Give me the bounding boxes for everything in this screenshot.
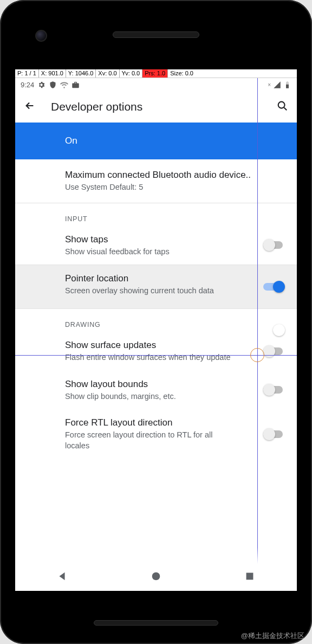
nav-home-button[interactable]	[150, 570, 162, 584]
briefcase-icon	[72, 81, 80, 89]
page-title: Developer options	[51, 100, 261, 113]
pointer-location-switch[interactable]	[263, 280, 285, 293]
section-header-input: INPUT	[15, 203, 297, 226]
pointer-yv: Yv: 0.0	[120, 69, 143, 78]
gear-icon	[37, 81, 46, 89]
square-recent-icon	[244, 570, 256, 582]
pointer-size: Size: 0.0	[168, 69, 196, 78]
nav-recent-button[interactable]	[244, 570, 256, 584]
watermark: @稀土掘金技术社区	[241, 631, 304, 641]
row-subtitle: Flash entire window surfaces when they u…	[65, 352, 238, 363]
layout-bounds-switch[interactable]	[263, 383, 285, 396]
pointer-p: P: 1 / 1	[15, 69, 39, 78]
row-subtitle: Force screen layout direction to RTL for…	[65, 430, 238, 451]
pointer-crosshair-circle	[250, 348, 264, 362]
battery-icon	[283, 81, 291, 89]
row-title: Show layout bounds	[65, 378, 253, 390]
fade-overlay	[15, 548, 297, 564]
circle-home-icon	[150, 570, 162, 582]
status-bar: 9:24 ×	[15, 78, 297, 91]
signal-x: ×	[268, 82, 271, 88]
cellular-icon	[273, 81, 281, 89]
wifi-question-icon	[60, 81, 68, 89]
pointer-crosshair-vertical	[257, 69, 258, 591]
svg-point-2	[152, 572, 160, 581]
force-rtl-row[interactable]: Force RTL layout direction Force screen …	[15, 409, 297, 459]
app-bar: Developer options	[15, 91, 297, 123]
bottom-speaker	[94, 620, 218, 626]
force-rtl-switch[interactable]	[263, 428, 285, 441]
svg-point-1	[278, 102, 285, 108]
nav-back-button[interactable]	[56, 570, 68, 584]
row-subtitle: Show clip bounds, margins, etc.	[65, 391, 253, 402]
pointer-xv: Xv: 0.0	[96, 69, 119, 78]
pointer-overlay-bar: P: 1 / 1 X: 901.0 Y: 1046.0 Xv: 0.0 Yv: …	[15, 69, 297, 78]
front-camera	[35, 30, 47, 42]
row-title: Show surface updates	[65, 339, 253, 351]
navigation-bar	[15, 564, 297, 591]
pointer-prs: Prs: 1.0	[142, 69, 168, 78]
search-icon	[276, 100, 288, 112]
show-taps-row[interactable]: Show taps Show visual feedback for taps	[15, 226, 297, 265]
svg-rect-0	[286, 84, 289, 88]
pointer-x: X: 901.0	[39, 69, 66, 78]
screen: P: 1 / 1 X: 901.0 Y: 1046.0 Xv: 0.0 Yv: …	[15, 69, 297, 591]
layout-bounds-row[interactable]: Show layout bounds Show clip bounds, mar…	[15, 371, 297, 410]
pointer-location-row[interactable]: Pointer location Screen overlay showing …	[15, 265, 297, 309]
svg-rect-3	[246, 573, 253, 580]
row-subtitle: Show visual feedback for taps	[65, 247, 253, 257]
earpiece-speaker	[113, 31, 199, 38]
back-arrow-icon	[24, 100, 36, 112]
section-header-drawing: DRAWING	[15, 309, 297, 332]
row-title: Force RTL layout direction	[65, 417, 253, 429]
row-title: Show taps	[65, 234, 253, 246]
show-taps-switch[interactable]	[263, 239, 285, 252]
surface-updates-switch[interactable]	[263, 345, 285, 358]
master-toggle-label: On	[65, 136, 285, 146]
status-clock: 9:24	[21, 81, 34, 89]
back-button[interactable]	[24, 100, 36, 114]
search-button[interactable]	[276, 100, 288, 114]
bluetooth-audio-row[interactable]: Maximum connected Bluetooth audio device…	[15, 159, 297, 203]
row-subtitle: Use System Default: 5	[65, 182, 285, 193]
row-subtitle: Screen overlay showing current touch dat…	[65, 286, 227, 297]
row-title: Pointer location	[65, 273, 253, 285]
pointer-y: Y: 1046.0	[66, 69, 96, 78]
shield-icon	[49, 81, 57, 89]
master-toggle-row[interactable]: On	[15, 123, 297, 159]
phone-frame: P: 1 / 1 X: 901.0 Y: 1046.0 Xv: 0.0 Yv: …	[0, 0, 312, 644]
row-title: Maximum connected Bluetooth audio device…	[65, 169, 285, 181]
triangle-back-icon	[56, 570, 68, 582]
